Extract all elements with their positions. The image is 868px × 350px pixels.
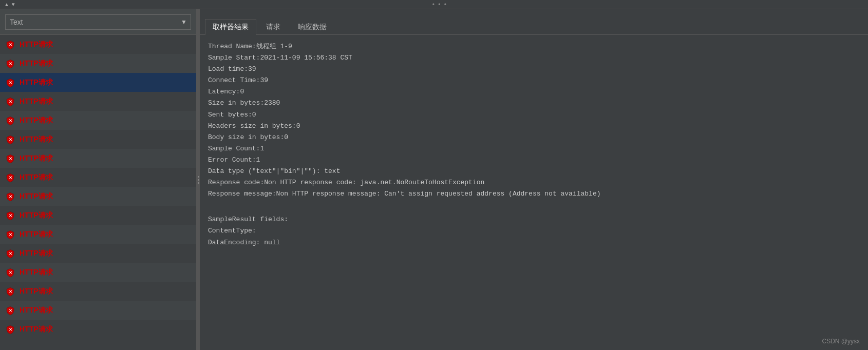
- list-item-label: HTTP请求: [20, 40, 53, 49]
- svg-text:✕: ✕: [9, 213, 12, 218]
- list-item-label: HTTP请求: [20, 306, 53, 315]
- content-line: Load time:39: [208, 64, 860, 75]
- dropdown-bar: Text HTML JSON XML RegExp Tester ▼: [0, 9, 196, 35]
- error-shield-icon: ✕: [5, 134, 15, 145]
- svg-text:✕: ✕: [9, 138, 12, 142]
- list-item[interactable]: ✕ HTTP请求: [0, 73, 196, 92]
- content-line: Latency:0: [208, 86, 860, 98]
- error-shield-icon: ✕: [5, 229, 15, 240]
- error-shield-icon: ✕: [5, 248, 15, 259]
- svg-text:✕: ✕: [9, 176, 12, 180]
- window-controls: • • •: [432, 1, 447, 8]
- list-item-label: HTTP请求: [20, 325, 53, 334]
- navigation-arrows[interactable]: ▲ ▼: [4, 2, 16, 7]
- list-item[interactable]: ✕ HTTP请求: [0, 130, 196, 149]
- resize-dot: [198, 182, 199, 184]
- error-shield-icon: ✕: [5, 77, 15, 88]
- request-list[interactable]: ✕ HTTP请求 ✕ HTTP请求 ✕ HTTP请求 ✕ HTTP请求 ✕ HT…: [0, 35, 196, 350]
- content-line: Data type ("text"|"bin"|""): text: [208, 166, 860, 177]
- error-shield-icon: ✕: [5, 286, 15, 297]
- svg-text:✕: ✕: [9, 119, 12, 123]
- content-line: Response code:Non HTTP response code: ja…: [208, 177, 860, 188]
- list-item-label: HTTP请求: [20, 78, 53, 87]
- tab-2[interactable]: 响应数据: [290, 19, 334, 35]
- svg-text:✕: ✕: [9, 157, 12, 161]
- content-line: SampleResult fields:: [208, 214, 860, 225]
- view-type-select[interactable]: Text HTML JSON XML RegExp Tester: [5, 14, 191, 30]
- content-line: [208, 200, 860, 207]
- svg-text:✕: ✕: [9, 308, 12, 313]
- list-item[interactable]: ✕ HTTP请求: [0, 225, 196, 244]
- content-line: Connect Time:39: [208, 75, 860, 86]
- right-panel: 取样器结果请求响应数据 Thread Name:线程组 1-9Sample St…: [200, 9, 868, 350]
- svg-text:✕: ✕: [9, 270, 12, 275]
- resize-dots: [198, 176, 199, 184]
- error-shield-icon: ✕: [5, 172, 15, 183]
- content-line: Headers size in bytes:0: [208, 121, 860, 132]
- left-panel: Text HTML JSON XML RegExp Tester ▼ ✕ HTT…: [0, 9, 197, 350]
- list-item-label: HTTP请求: [20, 287, 53, 296]
- list-item[interactable]: ✕ HTTP请求: [0, 282, 196, 301]
- list-item[interactable]: ✕ HTTP请求: [0, 111, 196, 130]
- content-area: Thread Name:线程组 1-9Sample Start:2021-11-…: [200, 35, 868, 350]
- list-item-label: HTTP请求: [20, 97, 53, 106]
- watermark: CSDN @yysx: [822, 338, 860, 345]
- resize-dot: [198, 176, 199, 178]
- list-item[interactable]: ✕ HTTP请求: [0, 244, 196, 263]
- content-line: Thread Name:线程组 1-9: [208, 41, 860, 52]
- svg-text:✕: ✕: [9, 327, 12, 332]
- error-shield-icon: ✕: [5, 267, 15, 278]
- content-line: Sent bytes:0: [208, 109, 860, 121]
- list-item-label: HTTP请求: [20, 211, 53, 220]
- list-item[interactable]: ✕ HTTP请求: [0, 301, 196, 320]
- list-item-label: HTTP请求: [20, 268, 53, 277]
- list-item-label: HTTP请求: [20, 173, 53, 182]
- svg-text:✕: ✕: [9, 289, 12, 294]
- list-item[interactable]: ✕ HTTP请求: [0, 92, 196, 111]
- resize-dot: [198, 179, 199, 181]
- list-item[interactable]: ✕ HTTP请求: [0, 54, 196, 73]
- svg-text:✕: ✕: [9, 195, 12, 199]
- error-shield-icon: ✕: [5, 40, 15, 50]
- main-content: Text HTML JSON XML RegExp Tester ▼ ✕ HTT…: [0, 9, 868, 350]
- dropdown-wrapper: Text HTML JSON XML RegExp Tester ▼: [5, 14, 191, 30]
- list-item-label: HTTP请求: [20, 192, 53, 201]
- list-item[interactable]: ✕ HTTP请求: [0, 149, 196, 168]
- svg-text:✕: ✕: [9, 100, 12, 104]
- list-item[interactable]: ✕ HTTP请求: [0, 320, 196, 339]
- list-item[interactable]: ✕ HTTP请求: [0, 35, 196, 54]
- svg-text:✕: ✕: [9, 43, 12, 47]
- list-item-label: HTTP请求: [20, 116, 53, 125]
- tab-1[interactable]: 请求: [258, 19, 288, 35]
- error-shield-icon: ✕: [5, 191, 15, 202]
- tab-0[interactable]: 取样器结果: [205, 19, 256, 35]
- error-shield-icon: ✕: [5, 210, 15, 221]
- list-item-label: HTTP请求: [20, 135, 53, 144]
- content-line: Sample Count:1: [208, 143, 860, 154]
- list-item[interactable]: ✕ HTTP请求: [0, 206, 196, 225]
- content-line: Error Count:1: [208, 154, 860, 166]
- tabs-bar: 取样器结果请求响应数据: [200, 9, 868, 35]
- list-item[interactable]: ✕ HTTP请求: [0, 168, 196, 187]
- content-line: [208, 207, 860, 214]
- content-line: Sample Start:2021-11-09 15:56:38 CST: [208, 52, 860, 64]
- list-item-label: HTTP请求: [20, 154, 53, 163]
- svg-text:✕: ✕: [9, 81, 12, 85]
- list-item[interactable]: ✕ HTTP请求: [0, 263, 196, 282]
- content-line: Size in bytes:2380: [208, 98, 860, 109]
- error-shield-icon: ✕: [5, 324, 15, 335]
- list-item-label: HTTP请求: [20, 59, 53, 68]
- svg-text:✕: ✕: [9, 62, 12, 66]
- svg-text:✕: ✕: [9, 232, 12, 237]
- error-shield-icon: ✕: [5, 153, 15, 164]
- content-line: ContentType:: [208, 225, 860, 237]
- error-shield-icon: ✕: [5, 305, 15, 316]
- error-shield-icon: ✕: [5, 96, 15, 107]
- top-bar: ▲ ▼ • • •: [0, 0, 868, 9]
- content-line: Response message:Non HTTP response messa…: [208, 188, 860, 200]
- content-line: DataEncoding: null: [208, 237, 860, 248]
- error-shield-icon: ✕: [5, 115, 15, 126]
- list-item-label: HTTP请求: [20, 230, 53, 239]
- list-item-label: HTTP请求: [20, 249, 53, 258]
- list-item[interactable]: ✕ HTTP请求: [0, 187, 196, 206]
